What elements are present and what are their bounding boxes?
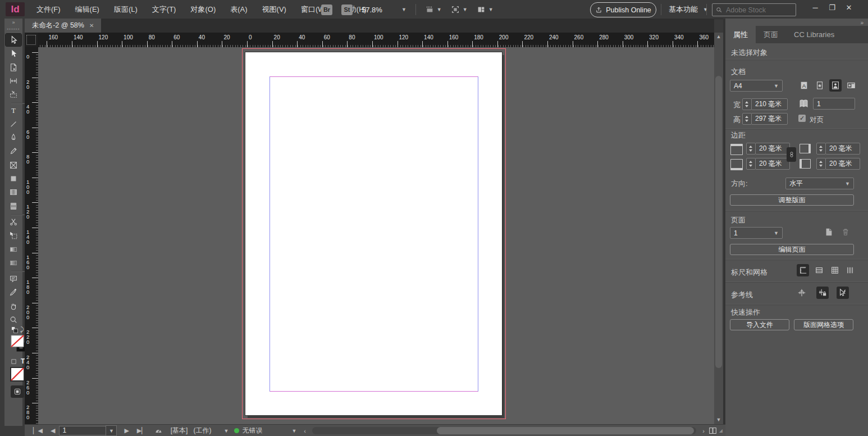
view-options-button[interactable]: ▼ <box>425 5 442 14</box>
frame-grid-icon[interactable] <box>844 264 856 276</box>
delete-page-icon[interactable] <box>841 228 850 237</box>
line-tool[interactable] <box>6 118 21 130</box>
stroke-swatch[interactable] <box>10 335 25 349</box>
gap-tool[interactable] <box>6 75 21 87</box>
preflight-profile[interactable]: [基本] <box>171 426 188 435</box>
swap-fill-stroke-icon[interactable]: ⤸ <box>20 326 24 333</box>
pasteboard[interactable] <box>38 47 714 424</box>
import-file-button[interactable]: 导入文件 <box>730 319 789 330</box>
gradient-feather-tool[interactable] <box>6 257 21 269</box>
previous-page-button[interactable]: ◀ <box>47 427 59 434</box>
layout-grid-options-button[interactable]: 版面网格选项 <box>794 319 853 330</box>
margin-top-field[interactable]: 20 毫米 <box>755 143 790 155</box>
pencil-tool[interactable] <box>6 145 21 157</box>
last-page-button[interactable]: ▶▏ <box>133 427 150 434</box>
tab-pages[interactable]: 页面 <box>756 26 786 43</box>
menu-item-3[interactable]: 文字(T) <box>145 0 184 19</box>
spread-view-icon[interactable] <box>709 426 717 435</box>
width-stepper[interactable] <box>742 98 752 110</box>
zoom-tool[interactable] <box>6 314 21 326</box>
stock-search-box[interactable] <box>712 3 796 16</box>
tab-cc-libraries[interactable]: CC Libraries <box>786 26 842 43</box>
scroll-right-icon[interactable]: › <box>698 428 709 434</box>
chevron-down-icon[interactable]: ▼ <box>223 428 229 434</box>
new-page-icon[interactable] <box>824 228 833 237</box>
facing-pages-checkbox[interactable]: ✓ <box>798 115 806 122</box>
page-tool[interactable] <box>6 61 21 74</box>
chevron-down-icon[interactable]: ▼ <box>291 428 296 434</box>
window-close-button[interactable]: ✕ <box>840 1 857 15</box>
width-field[interactable]: 210 毫米 <box>751 98 788 110</box>
show-guides-icon[interactable] <box>796 287 808 299</box>
hand-tool[interactable] <box>6 300 21 312</box>
horizontal-grid-tool[interactable] <box>6 186 21 198</box>
tab-close-icon[interactable]: ✕ <box>89 22 94 29</box>
next-page-button[interactable]: ▶ <box>120 427 133 434</box>
resize-grip[interactable]: ◢ <box>719 428 723 433</box>
panel-grip[interactable]: ▪▪▪▪▪▪ <box>4 26 22 31</box>
menu-item-6[interactable]: 视图(V) <box>255 0 294 19</box>
formatting-container-icon[interactable] <box>11 358 17 365</box>
page-size-select[interactable]: A4▼ <box>730 80 783 92</box>
show-rulers-icon[interactable] <box>797 264 809 276</box>
preflight-scope[interactable]: (工作) <box>193 426 211 435</box>
current-page-select[interactable]: 1▼ <box>730 227 783 239</box>
menu-item-2[interactable]: 版面(L) <box>107 0 145 19</box>
horizontal-scrollbar-thumb[interactable] <box>437 427 694 434</box>
margin-right-field[interactable]: 20 毫米 <box>825 143 860 155</box>
ruler-origin-corner[interactable] <box>25 33 39 48</box>
pen-tool[interactable] <box>6 131 21 144</box>
menu-item-4[interactable]: 对象(O) <box>183 0 223 19</box>
height-field[interactable]: 297 毫米 <box>751 113 788 125</box>
menu-item-0[interactable]: 文件(F) <box>29 0 68 19</box>
margin-bottom-field[interactable]: 20 毫米 <box>755 158 790 170</box>
smart-guides-icon[interactable] <box>837 287 849 299</box>
scroll-down-icon[interactable]: ▼ <box>714 417 723 423</box>
scissors-tool[interactable] <box>6 216 21 228</box>
tab-properties[interactable]: 属性 <box>725 26 756 43</box>
lock-guides-icon[interactable] <box>816 287 829 299</box>
first-page-button[interactable]: ▏◀ <box>29 427 47 434</box>
note-tool[interactable] <box>6 272 21 285</box>
vertical-scrollbar-thumb[interactable] <box>715 76 722 368</box>
adjust-layout-button[interactable]: 调整版面 <box>730 194 854 206</box>
view-mode-button[interactable] <box>11 385 24 398</box>
content-collector-tool[interactable] <box>6 88 21 101</box>
vertical-ruler[interactable]: 02 04 06 08 01 0 01 2 01 4 01 6 01 8 02 … <box>25 47 39 424</box>
direct-selection-tool[interactable] <box>6 47 21 60</box>
margin-right-stepper[interactable] <box>816 143 826 155</box>
panel-collapse-icon[interactable]: » <box>4 20 22 25</box>
stock-search-input[interactable] <box>725 6 783 15</box>
page-number-dropdown[interactable]: ▼ <box>106 425 117 436</box>
document-page[interactable] <box>245 52 502 415</box>
window-maximize-button[interactable]: ❐ <box>824 1 840 15</box>
arrange-documents-button[interactable]: ▼ <box>477 5 494 14</box>
margin-left-field[interactable]: 20 毫米 <box>825 158 860 170</box>
preflight-gauge-icon[interactable] <box>150 427 166 435</box>
doc-bleed-icon[interactable] <box>814 79 826 92</box>
link-margins-icon[interactable] <box>787 147 796 162</box>
selection-tool[interactable] <box>6 34 21 46</box>
vertical-grid-tool[interactable] <box>6 200 21 212</box>
workspace-switcher[interactable]: 基本功能 ▼ <box>669 0 708 19</box>
baseline-grid-icon[interactable] <box>813 264 825 276</box>
orientation-portrait-icon[interactable] <box>829 79 842 92</box>
panel-collapse-icon[interactable]: » <box>860 20 864 26</box>
document-tab[interactable]: 未命名-2 @ 58% ✕ <box>25 19 101 33</box>
orientation-landscape-icon[interactable] <box>845 79 857 92</box>
page-number-field[interactable]: 1 <box>59 426 106 435</box>
menu-item-1[interactable]: 编辑(E) <box>68 0 107 19</box>
rectangle-tool[interactable] <box>6 172 21 185</box>
menu-item-5[interactable]: 表(A) <box>223 0 254 19</box>
type-tool[interactable]: T <box>6 105 21 117</box>
vertical-scrollbar[interactable]: ▲ ▼ <box>714 33 723 424</box>
height-stepper[interactable] <box>742 113 752 125</box>
scroll-left-icon[interactable]: ‹ <box>300 428 310 434</box>
free-transform-tool[interactable] <box>6 229 21 242</box>
margin-bottom-stepper[interactable] <box>746 158 756 170</box>
fill-swatch[interactable] <box>10 335 25 348</box>
screen-mode-button[interactable]: ▼ <box>451 5 468 14</box>
margin-left-stepper[interactable] <box>816 158 826 170</box>
default-fill-stroke-icon[interactable] <box>11 326 19 334</box>
frame-tool[interactable] <box>6 159 21 171</box>
